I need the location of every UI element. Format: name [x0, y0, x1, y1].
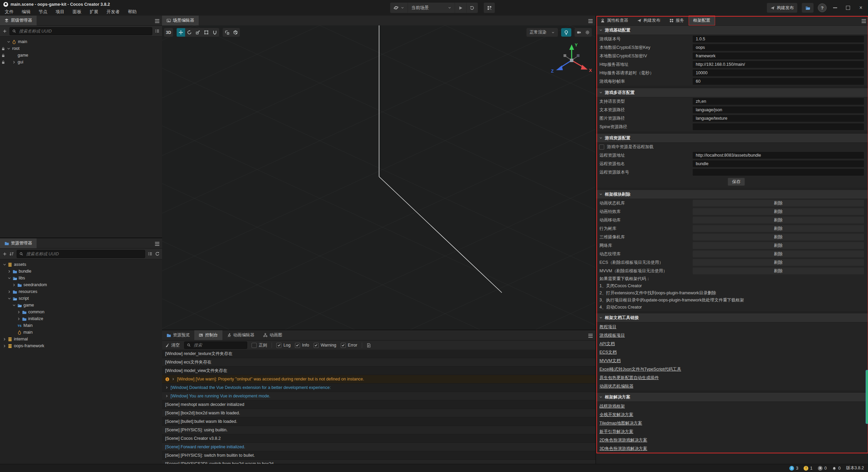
field-input[interactable]: 10000	[693, 70, 864, 76]
console-search-input[interactable]	[193, 342, 244, 348]
coordinate-toggle-button[interactable]	[231, 28, 240, 37]
log-row[interactable]: [Scene] [bullet]:bullet wasm lib loaded.	[162, 417, 595, 426]
menu-item-3[interactable]: 项目	[52, 8, 68, 16]
tab-assets[interactable]: 资源管理器	[0, 238, 37, 248]
play-button[interactable]	[455, 3, 467, 13]
expand-chevron-icon[interactable]	[165, 386, 169, 389]
filter-log[interactable]: Log	[276, 343, 291, 348]
scene-select[interactable]: 当前场景	[408, 3, 455, 13]
axis-gizmo[interactable]: X Y Z	[550, 40, 594, 80]
sort-icon[interactable]	[9, 252, 14, 256]
log-row[interactable]: [Window] Download the Vue Devtools exten…	[162, 383, 595, 392]
log-row[interactable]: [Scene] [PHYSICS]: using builtin.	[162, 426, 595, 434]
field-input[interactable]: http://192.168.0.150/main/	[693, 61, 864, 68]
chevron-right-icon[interactable]	[16, 317, 21, 321]
remove-module-button[interactable]: 剔除	[693, 200, 864, 206]
tree-node-assets[interactable]: assets	[0, 261, 162, 268]
reload-button[interactable]	[467, 3, 478, 13]
tree-node-main[interactable]: main	[0, 329, 162, 336]
hierarchy-search[interactable]	[9, 27, 152, 35]
tree-node-main[interactable]: main	[0, 38, 162, 45]
add-asset-button[interactable]	[3, 252, 7, 256]
doc-link[interactable]: 教程项目	[599, 324, 616, 329]
field-input[interactable]: 1.0.5	[693, 36, 864, 42]
tree-node-root[interactable]: root	[0, 45, 162, 52]
section-header[interactable]: 游戏基础配置	[596, 25, 868, 35]
tab-服务[interactable]: 服务	[665, 16, 689, 25]
checkbox-游戏中资源是否远程加载[interactable]: 游戏中资源是否远程加载	[596, 143, 868, 151]
log-row[interactable]: ![Window] [Vue warn]: Property "onInput"…	[162, 375, 595, 383]
preview-target-button[interactable]	[390, 3, 408, 13]
chevron-down-icon[interactable]	[7, 297, 12, 300]
assets-search[interactable]	[17, 250, 145, 258]
lighting-toggle-button[interactable]	[561, 28, 571, 37]
status-warnings[interactable]: ! 1	[804, 466, 812, 471]
open-project-folder-button[interactable]	[802, 3, 814, 13]
assets-search-input[interactable]	[25, 251, 142, 257]
rect-tool-button[interactable]	[202, 28, 211, 37]
tree-node-gui[interactable]: gui	[0, 59, 162, 65]
chevron-down-icon[interactable]	[12, 303, 17, 307]
chevron-right-icon[interactable]	[16, 310, 21, 314]
scene-menu-icon[interactable]	[588, 18, 593, 23]
chevron-right-icon[interactable]	[12, 60, 17, 64]
doc-link[interactable]: 3D角色扮演游戏解决方案	[599, 446, 647, 451]
filter-warning[interactable]: Warning	[314, 343, 336, 348]
tab-属性检查器[interactable]: 属性检查器	[596, 16, 633, 25]
regex-checkbox[interactable]: 正则	[252, 342, 267, 348]
doc-link[interactable]: ECS文档	[599, 350, 617, 355]
doc-link[interactable]: 原生包热更新配置自动生成插件	[599, 375, 659, 380]
add-node-button[interactable]	[3, 29, 7, 33]
doc-link[interactable]: API文档	[599, 341, 615, 346]
scene-viewport[interactable]: X Y Z 3D 正常渲染	[162, 25, 595, 330]
console-menu-icon[interactable]	[588, 333, 593, 338]
tree-node-script[interactable]: script	[0, 295, 162, 302]
gizmo-tool-button[interactable]	[211, 28, 219, 37]
status-errors[interactable]: × 0	[818, 466, 827, 471]
tree-node-common[interactable]: common	[0, 309, 162, 315]
field-input[interactable]: language/json	[693, 106, 864, 113]
field-input[interactable]	[693, 169, 864, 176]
refresh-icon[interactable]	[155, 252, 159, 256]
remove-module-button[interactable]: 剔除	[693, 242, 864, 249]
menu-item-5[interactable]: 扩展	[85, 8, 102, 16]
expand-chevron-icon[interactable]	[165, 394, 169, 398]
tab-构建发布[interactable]: 构建发布	[633, 16, 665, 25]
log-row[interactable]: [Scene] Forward render pipeline initiali…	[162, 443, 595, 451]
tab-动画编辑器[interactable]: 动画编辑器	[222, 330, 259, 340]
help-button[interactable]: ?	[818, 3, 827, 12]
tree-node-internal[interactable]: internal	[0, 336, 162, 342]
menu-item-1[interactable]: 编辑	[18, 8, 35, 16]
remove-module-button[interactable]: 剔除	[693, 234, 864, 240]
doc-link[interactable]: 新手引导解决方案	[599, 429, 633, 434]
tree-node-game[interactable]: game	[0, 52, 162, 59]
log-row[interactable]: [Scene] [PHYSICS]: switch from builtin t…	[162, 451, 595, 460]
menu-item-2[interactable]: 节点	[35, 8, 52, 16]
section-header[interactable]: 游戏多语言配置	[596, 88, 868, 97]
field-input[interactable]: 60	[693, 78, 864, 85]
doc-link[interactable]: 游戏模板项目	[599, 333, 625, 338]
log-row[interactable]: [Window] model_view文件夹存在	[162, 367, 595, 375]
console-search[interactable]	[184, 341, 247, 349]
menu-item-6[interactable]: 开发者	[102, 8, 124, 16]
log-row[interactable]: [Scene] [PHYSICS2D]: switch from box2d-w…	[162, 460, 595, 464]
chevron-down-icon[interactable]	[6, 47, 11, 51]
remove-module-button[interactable]: 剔除	[693, 217, 864, 223]
filter-icon[interactable]	[148, 252, 152, 256]
chevron-right-icon[interactable]	[7, 290, 12, 294]
remove-module-button[interactable]: 剔除	[693, 251, 864, 257]
rotate-tool-button[interactable]	[185, 28, 194, 37]
field-input[interactable]: zh,en	[693, 98, 864, 105]
inspector-scrollbar[interactable]	[866, 370, 868, 424]
tab-hierarchy[interactable]: 层级管理器	[0, 16, 37, 25]
log-row[interactable]: [Window] You are running Vue in developm…	[162, 392, 595, 400]
chevron-down-icon[interactable]	[2, 263, 7, 267]
log-row[interactable]: [Window] ecs文件夹存在	[162, 358, 595, 367]
expand-chevron-icon[interactable]	[172, 377, 175, 381]
minimize-button[interactable]	[831, 3, 840, 12]
menu-item-0[interactable]: 文件	[1, 8, 18, 16]
menu-item-7[interactable]: 帮助	[124, 8, 141, 16]
doc-link[interactable]: MVVM文档	[599, 358, 621, 363]
log-row[interactable]: [Window] render_texture文件夹存在	[162, 350, 595, 358]
pivot-toggle-button[interactable]	[223, 28, 231, 37]
